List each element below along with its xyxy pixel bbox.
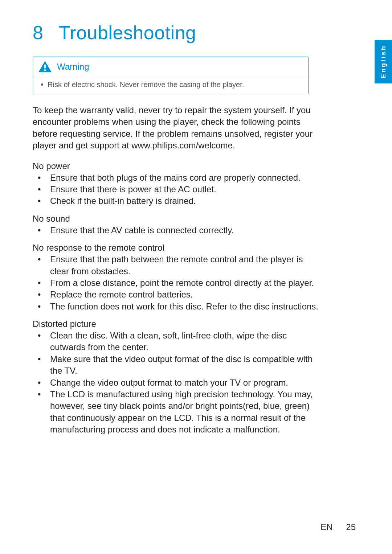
list-item: The LCD is manufactured using high preci… bbox=[33, 389, 319, 436]
chapter-title: Troubleshooting bbox=[59, 22, 196, 43]
svg-rect-1 bbox=[44, 64, 46, 68]
list-item: Make sure that the video output format o… bbox=[33, 353, 319, 377]
language-tab: English bbox=[375, 40, 392, 83]
language-tab-label: English bbox=[380, 45, 387, 78]
list-item: Ensure that both plugs of the mains cord… bbox=[33, 172, 319, 184]
list-item: The function does not work for this disc… bbox=[33, 301, 319, 312]
list-no-power: Ensure that both plugs of the mains cord… bbox=[33, 172, 319, 207]
section-head-no-sound: No sound bbox=[33, 214, 359, 224]
manual-page: English 8 Troubleshooting Warning Risk o… bbox=[0, 0, 392, 554]
list-item: Replace the remote control batteries. bbox=[33, 289, 319, 300]
warning-body: Risk of electric shock. Never remove the… bbox=[33, 76, 308, 94]
warning-title: Warning bbox=[57, 62, 89, 72]
section-head-no-power: No power bbox=[33, 161, 359, 171]
list-item: From a close distance, point the remote … bbox=[33, 277, 319, 289]
footer-page-number: 25 bbox=[346, 522, 356, 532]
intro-paragraph: To keep the warranty valid, never try to… bbox=[33, 104, 319, 152]
section-head-no-remote: No response to the remote control bbox=[33, 243, 359, 253]
list-item: Ensure that there is power at the AC out… bbox=[33, 184, 319, 195]
page-footer: EN 25 bbox=[320, 522, 356, 532]
list-item: Ensure that the path between the remote … bbox=[33, 254, 319, 277]
list-no-sound: Ensure that the AV cable is connected co… bbox=[33, 225, 319, 236]
footer-lang: EN bbox=[320, 522, 332, 532]
list-item: Clean the disc. With a clean, soft, lint… bbox=[33, 330, 319, 353]
list-no-remote: Ensure that the path between the remote … bbox=[33, 254, 319, 312]
list-item: Change the video output format to match … bbox=[33, 377, 319, 389]
section-head-distorted: Distorted picture bbox=[33, 319, 359, 329]
warning-box: Warning Risk of electric shock. Never re… bbox=[33, 57, 309, 94]
chapter-number: 8 bbox=[33, 22, 54, 44]
list-distorted: Clean the disc. With a clean, soft, lint… bbox=[33, 330, 319, 436]
warning-text: Risk of electric shock. Never remove the… bbox=[48, 81, 244, 89]
warning-icon bbox=[38, 61, 52, 73]
list-item: Ensure that the AV cable is connected co… bbox=[33, 225, 319, 236]
svg-point-2 bbox=[44, 69, 46, 71]
bullet-icon bbox=[41, 83, 43, 86]
list-item: Check if the built-in battery is drained… bbox=[33, 195, 319, 207]
chapter-heading: 8 Troubleshooting bbox=[33, 22, 359, 44]
warning-header: Warning bbox=[33, 57, 308, 76]
